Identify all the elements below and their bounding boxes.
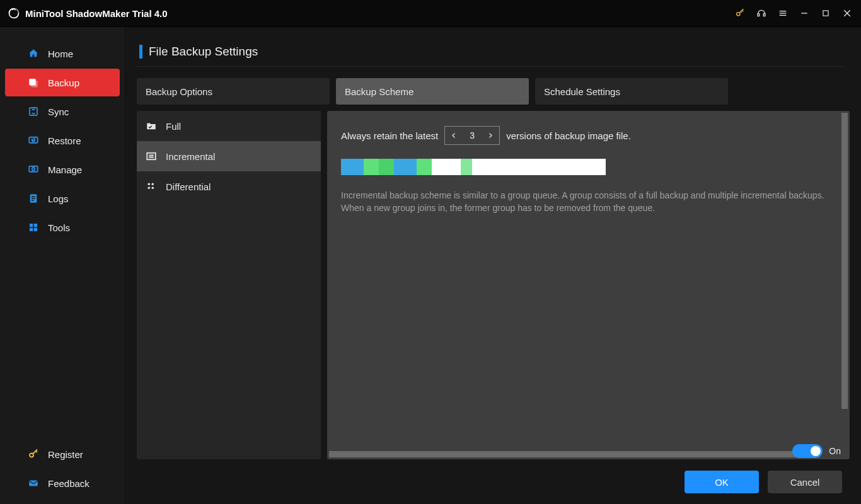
bar-segment (472, 159, 606, 175)
button-label: OK (715, 477, 729, 488)
sidebar-item-label: Restore (48, 135, 81, 146)
retain-prefix: Always retain the latest (341, 130, 438, 141)
sidebar-item-label: Tools (48, 222, 70, 233)
svg-rect-1 (758, 14, 760, 16)
sidebar: Home Backup Sync Restore (0, 27, 125, 504)
folder-check-icon (146, 120, 157, 132)
horizontal-scrollbar[interactable] (329, 451, 840, 457)
titlebar-headset-icon[interactable] (756, 8, 766, 18)
svg-rect-11 (31, 81, 38, 88)
settings-tabs: Backup Options Backup Scheme Schedule Se… (137, 78, 850, 105)
svg-rect-23 (34, 228, 37, 231)
svg-point-15 (32, 168, 35, 171)
svg-point-30 (151, 183, 154, 185)
tab-backup-scheme[interactable]: Backup Scheme (336, 78, 529, 105)
titlebar-menu-icon[interactable] (778, 8, 788, 18)
ok-button[interactable]: OK (685, 471, 759, 493)
tab-label: Backup Scheme (345, 86, 413, 97)
sidebar-feedback[interactable]: Feedback (5, 469, 120, 497)
page-title-accent (139, 45, 142, 59)
sync-icon (28, 106, 39, 117)
scheme-label: Differential (166, 181, 211, 192)
key-icon (28, 449, 39, 460)
svg-point-31 (147, 186, 150, 189)
svg-point-24 (30, 454, 33, 457)
page-title: File Backup Settings (137, 45, 845, 67)
retain-setting-row: Always retain the latest 3 versions of b… (341, 126, 836, 145)
tab-backup-options[interactable]: Backup Options (137, 78, 330, 105)
stepper-value: 3 (463, 130, 482, 140)
bar-segment (461, 159, 472, 175)
svg-point-32 (151, 186, 154, 189)
tab-label: Backup Options (146, 86, 212, 97)
titlebar-key-icon[interactable] (735, 8, 745, 18)
backup-queue-bar (341, 159, 606, 175)
sidebar-item-label: Manage (48, 164, 82, 175)
sidebar-item-manage[interactable]: Manage (5, 156, 120, 183)
svg-rect-2 (763, 14, 765, 16)
logs-icon (28, 193, 39, 204)
titlebar-close-icon[interactable] (842, 8, 852, 18)
sidebar-item-sync[interactable]: Sync (5, 98, 120, 125)
backup-icon (28, 77, 39, 88)
scheme-incremental[interactable]: Incremental (137, 141, 321, 171)
sidebar-item-logs[interactable]: Logs (5, 185, 120, 212)
sidebar-item-restore[interactable]: Restore (5, 127, 120, 154)
home-icon (28, 48, 39, 59)
tab-label: Schedule Settings (544, 86, 620, 97)
scheme-toggle-row: On (792, 444, 841, 458)
content: File Backup Settings Backup Options Back… (125, 27, 861, 504)
sidebar-item-label: Sync (48, 106, 69, 117)
sidebar-item-tools[interactable]: Tools (5, 214, 120, 241)
scheme-enable-toggle[interactable] (792, 444, 823, 458)
scheme-full[interactable]: Full (137, 111, 321, 141)
scheme-label: Full (166, 121, 181, 132)
manage-icon (28, 164, 39, 175)
app-logo-icon (8, 7, 20, 20)
bar-segment (394, 159, 417, 175)
titlebar: MiniTool ShadowMaker Trial 4.0 (0, 0, 861, 27)
scheme-list: Full Incremental Differential (137, 111, 321, 459)
vertical-scrollbar[interactable] (841, 113, 848, 457)
dialog-actions: OK Cancel (137, 459, 850, 493)
titlebar-maximize-icon[interactable] (821, 8, 831, 18)
svg-rect-22 (30, 228, 33, 231)
bar-segment (432, 159, 461, 175)
scheme-description: Incremental backup scheme is similar to … (341, 189, 833, 215)
svg-rect-18 (32, 198, 35, 199)
svg-rect-25 (29, 481, 38, 486)
sidebar-item-home[interactable]: Home (5, 40, 120, 67)
retain-suffix: versions of backup image file. (506, 130, 631, 141)
tab-schedule-settings[interactable]: Schedule Settings (535, 78, 728, 105)
sidebar-item-label: Register (48, 449, 83, 460)
bar-segment (417, 159, 432, 175)
toggle-label: On (829, 446, 841, 456)
scheme-detail-panel: Always retain the latest 3 versions of b… (327, 111, 850, 459)
svg-rect-21 (34, 224, 37, 227)
restore-icon (28, 135, 39, 146)
titlebar-minimize-icon[interactable] (799, 8, 809, 18)
sidebar-register[interactable]: Register (5, 440, 120, 468)
scheme-label: Incremental (166, 151, 215, 162)
page-title-text: File Backup Settings (149, 45, 258, 59)
sidebar-item-backup[interactable]: Backup (5, 69, 120, 96)
svg-point-0 (737, 13, 740, 16)
svg-rect-7 (823, 11, 828, 16)
mail-icon (28, 478, 39, 489)
retain-stepper[interactable]: 3 (444, 126, 500, 145)
svg-point-29 (147, 183, 150, 185)
svg-rect-20 (30, 224, 33, 227)
grid-dots-icon (146, 181, 157, 192)
button-label: Cancel (790, 477, 820, 488)
stepper-decrement-button[interactable] (445, 127, 463, 144)
svg-rect-19 (32, 200, 34, 201)
cancel-button[interactable]: Cancel (768, 471, 842, 493)
tools-icon (28, 222, 39, 233)
list-lines-icon (146, 151, 157, 162)
stepper-increment-button[interactable] (482, 127, 499, 144)
svg-rect-12 (30, 108, 37, 115)
bar-segment (379, 159, 394, 175)
scheme-differential[interactable]: Differential (137, 171, 321, 202)
svg-rect-26 (147, 153, 156, 160)
bar-segment (364, 159, 379, 175)
